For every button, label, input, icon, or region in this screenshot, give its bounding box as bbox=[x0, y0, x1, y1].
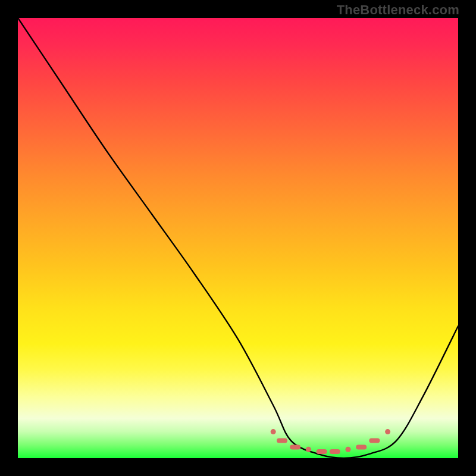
optimal-dash bbox=[317, 449, 327, 454]
watermark-text: TheBottleneck.com bbox=[337, 2, 459, 18]
optimal-dot bbox=[306, 447, 311, 452]
optimal-dash bbox=[290, 445, 300, 450]
chart-svg-layer bbox=[18, 18, 458, 458]
chart-plot-area bbox=[18, 18, 458, 458]
optimal-range-dots bbox=[271, 429, 390, 454]
optimal-dash bbox=[356, 445, 367, 450]
optimal-dash bbox=[369, 438, 380, 443]
optimal-dot bbox=[271, 429, 276, 434]
optimal-dash bbox=[330, 449, 340, 454]
optimal-dot bbox=[346, 447, 351, 452]
bottleneck-curve-line bbox=[18, 18, 458, 458]
optimal-dash bbox=[277, 438, 287, 443]
optimal-dot bbox=[385, 429, 390, 434]
